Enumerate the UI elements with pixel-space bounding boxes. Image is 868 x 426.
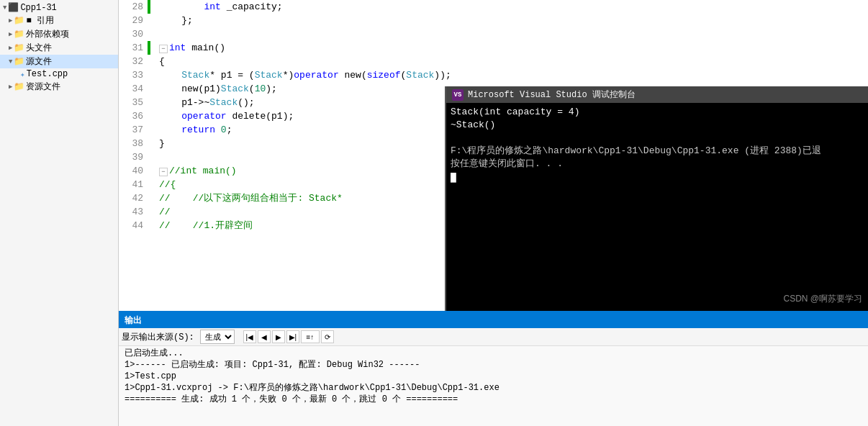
line-num: 37 bbox=[119, 123, 148, 137]
debug-content: Stack(int capacity = 4) ~Stack() F:\程序员的… bbox=[446, 103, 868, 311]
line-num: 35 bbox=[119, 96, 148, 109]
line-num: 36 bbox=[119, 109, 148, 123]
sidebar-item-label: 外部依赖项 bbox=[26, 28, 69, 40]
folder-icon: 📁 bbox=[14, 15, 24, 26]
debug-line-2: ~Stack() bbox=[451, 119, 864, 132]
output-panel: 输出 显示输出来源(S): 生成 |◀ ◀ ▶ ▶| ≡↑ ⟳ 已启动生成...… bbox=[119, 311, 868, 426]
main-area: ▼ ⬛ Cpp1-31 ▶ 📁 ■ 引用 ▶ 📁 外部依赖项 ▶ 📁 头文件 ▼… bbox=[0, 0, 868, 426]
sidebar-item-label: 资源文件 bbox=[26, 81, 60, 93]
line-num: 31 bbox=[119, 41, 148, 55]
output-line-2: 1>Test.cpp bbox=[125, 371, 862, 382]
debug-console: VS Microsoft Visual Studio 调试控制台 Stack(i… bbox=[445, 86, 868, 311]
line-num: 39 bbox=[119, 150, 148, 164]
line-num: 42 bbox=[119, 191, 148, 205]
sidebar-item-headers[interactable]: ▶ 📁 头文件 bbox=[0, 41, 118, 55]
arrow-icon: ▶ bbox=[9, 83, 12, 91]
line-num: 28 bbox=[119, 0, 148, 14]
expand-icon[interactable]: − bbox=[159, 168, 168, 176]
output-line-0: 已启动生成... bbox=[125, 348, 862, 359]
debug-titlebar: VS Microsoft Visual Studio 调试控制台 bbox=[446, 86, 868, 103]
folder-icon: 📁 bbox=[14, 56, 24, 67]
vs-icon: VS bbox=[452, 89, 464, 101]
line-num: 40 bbox=[119, 164, 148, 178]
debug-line-1: Stack(int capacity = 4) bbox=[451, 106, 864, 119]
debug-line-3 bbox=[451, 132, 864, 145]
sidebar-item-sources[interactable]: ▼ 📁 源文件 bbox=[0, 55, 118, 68]
arrow-icon: ▶ bbox=[9, 17, 12, 24]
arrow-icon: ▶ bbox=[9, 44, 12, 52]
output-content: 已启动生成... 1>------ 已启动生成: 项目: Cpp1-31, 配置… bbox=[119, 346, 868, 426]
sidebar: ▼ ⬛ Cpp1-31 ▶ 📁 ■ 引用 ▶ 📁 外部依赖项 ▶ 📁 头文件 ▼… bbox=[0, 0, 119, 426]
expand-icon[interactable]: − bbox=[159, 45, 168, 53]
sidebar-item-label: Cpp1-31 bbox=[20, 3, 56, 13]
toolbar-btn-1[interactable]: |◀ bbox=[243, 330, 256, 343]
code-line-32: 32 { bbox=[119, 55, 868, 68]
code-line-33: 33 Stack* p1 = (Stack*)operator new(size… bbox=[119, 68, 868, 82]
folder-icon: 📁 bbox=[14, 29, 24, 40]
code-line-28: 28 int _capacity; bbox=[119, 0, 868, 14]
code-line-29: 29 }; bbox=[119, 14, 868, 27]
csdn-watermark: CSDN @啊苏要学习 bbox=[783, 293, 862, 305]
code-text: { bbox=[150, 55, 868, 68]
toolbar-buttons: |◀ ◀ ▶ ▶| ≡↑ ⟳ bbox=[243, 330, 334, 343]
debug-console-title: Microsoft Visual Studio 调试控制台 bbox=[468, 89, 636, 101]
folder-icon: 📁 bbox=[14, 42, 24, 53]
sidebar-item-references[interactable]: ▶ 📁 ■ 引用 bbox=[0, 14, 118, 27]
project-icon: ⬛ bbox=[8, 2, 19, 13]
source-select[interactable]: 生成 bbox=[200, 330, 235, 344]
code-line-31: 31 −int main() bbox=[119, 41, 868, 55]
line-num: 41 bbox=[119, 178, 148, 191]
line-num: 30 bbox=[119, 27, 148, 41]
line-num: 43 bbox=[119, 205, 148, 219]
toolbar-btn-6[interactable]: ⟳ bbox=[321, 330, 334, 343]
line-num: 32 bbox=[119, 55, 148, 68]
output-line-4: ========== 生成: 成功 1 个，失败 0 个，最新 0 个，跳过 0… bbox=[125, 394, 862, 405]
arrow-icon: ▶ bbox=[9, 30, 12, 38]
line-num: 29 bbox=[119, 14, 148, 27]
source-label: 显示输出来源(S): bbox=[122, 331, 194, 343]
file-icon: ✦ bbox=[20, 70, 25, 79]
arrow-icon: ▼ bbox=[9, 58, 12, 65]
sidebar-item-testcpp[interactable]: ✦ Test.cpp bbox=[0, 68, 118, 80]
debug-cursor: █ bbox=[451, 172, 864, 185]
sidebar-item-label: ■ 引用 bbox=[26, 14, 53, 27]
code-line-30: 30 bbox=[119, 27, 868, 41]
sidebar-item-resources[interactable]: ▶ 📁 资源文件 bbox=[0, 80, 118, 94]
toolbar-btn-5[interactable]: ≡↑ bbox=[301, 330, 320, 343]
sidebar-item-label: 源文件 bbox=[26, 55, 52, 68]
output-line-1: 1>------ 已启动生成: 项目: Cpp1-31, 配置: Debug W… bbox=[125, 359, 862, 371]
line-num: 38 bbox=[119, 137, 148, 150]
no-marker bbox=[148, 27, 150, 41]
output-line-3: 1>Cpp1-31.vcxproj -> F:\程序员的修炼之路\hardwor… bbox=[125, 382, 862, 394]
editor-area: 28 int _capacity; 29 }; 30 bbox=[119, 0, 868, 426]
arrow-icon: ▼ bbox=[3, 4, 6, 12]
line-num: 44 bbox=[119, 219, 148, 232]
toolbar-btn-4[interactable]: ▶| bbox=[286, 330, 299, 343]
output-toolbar: 显示输出来源(S): 生成 |◀ ◀ ▶ ▶| ≡↑ ⟳ bbox=[119, 328, 868, 346]
output-header: 输出 bbox=[119, 312, 868, 328]
code-content: 28 int _capacity; 29 }; 30 bbox=[119, 0, 868, 311]
code-text: int _capacity; bbox=[150, 0, 868, 14]
sidebar-item-label: 头文件 bbox=[26, 42, 52, 54]
code-text: }; bbox=[150, 14, 868, 27]
sidebar-item-cpp1-31[interactable]: ▼ ⬛ Cpp1-31 bbox=[0, 1, 118, 14]
toolbar-btn-3[interactable]: ▶ bbox=[272, 330, 285, 343]
sidebar-item-label: Test.cpp bbox=[27, 69, 68, 79]
folder-icon: 📁 bbox=[14, 81, 24, 92]
line-num: 33 bbox=[119, 68, 148, 82]
sidebar-item-external-deps[interactable]: ▶ 📁 外部依赖项 bbox=[0, 27, 118, 41]
code-text: −int main() bbox=[150, 41, 868, 55]
output-header-label: 输出 bbox=[125, 314, 142, 327]
toolbar-btn-2[interactable]: ◀ bbox=[258, 330, 271, 343]
debug-line-4: F:\程序员的修炼之路\hardwork\Cpp1-31\Debug\Cpp1-… bbox=[451, 145, 864, 158]
debug-line-5: 按任意键关闭此窗口. . . bbox=[451, 158, 864, 171]
no-marker bbox=[148, 150, 150, 164]
code-text: Stack* p1 = (Stack*)operator new(sizeof(… bbox=[150, 68, 868, 82]
line-num: 34 bbox=[119, 82, 148, 96]
